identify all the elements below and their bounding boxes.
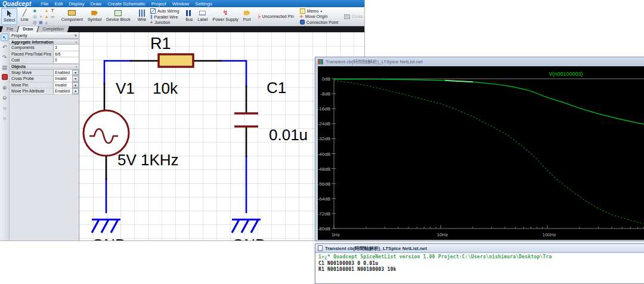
connection-point-button[interactable]: Connection Point [300, 20, 338, 24]
move-origin-icon: ✛ [300, 14, 304, 19]
port-label: Port [243, 17, 251, 21]
memo-dropdown-icon[interactable]: ▾ [320, 9, 322, 13]
unconnected-pin-label: Unconnected Pin [262, 14, 294, 18]
y-tick-label: -56dB [318, 181, 330, 187]
power-supply-button[interactable]: ↯ Power Supply [211, 8, 240, 25]
property-row: Placed Pins/Total Pins 6/6 [10, 51, 79, 58]
toolbar: Select ╱ Line ◉ ◌ ▲ T ◎ ◑ ▲ ▭ [0, 7, 365, 26]
wiring-options-group: Auto Wiring ∥ Parallel Wire + Junction [149, 8, 180, 25]
y-tick-label: -32dB [318, 136, 330, 141]
row-label: Cross Probe [10, 76, 53, 82]
redo-icon[interactable]: ↷ [1, 54, 8, 61]
text-tool-icon[interactable]: T [50, 8, 55, 13]
connection-point-label: Connection Point [306, 20, 338, 24]
section-pin-icon: ▪ [76, 40, 77, 44]
y-tick-label: 0dB [322, 76, 330, 82]
section-objects[interactable]: Objects ▪ [10, 64, 79, 70]
device-block-icon [114, 8, 122, 17]
dropdown-arrow-icon[interactable]: ▾ [72, 76, 79, 82]
move-origin-button[interactable]: ✛ Move Origin [300, 14, 338, 19]
section-aggregate-information[interactable]: Aggregate Information ▪ [10, 39, 79, 45]
row-value[interactable]: 3 [53, 45, 79, 51]
dropdown-arrow-icon[interactable]: ▾ [72, 88, 79, 94]
menu-project[interactable]: Project [151, 1, 166, 7]
wire-button[interactable]: Wire [136, 8, 148, 25]
save-icon[interactable]: ▤ [1, 64, 8, 72]
port-icon [244, 8, 250, 17]
waveform-window-titlebar[interactable]: Transient cb(時間軸解析)_LTSpice NetList.net [315, 57, 644, 66]
row-value[interactable]: 0 [53, 57, 79, 63]
menu-window[interactable]: Window [172, 1, 189, 7]
dropdown-arrow-icon[interactable]: ▾ [72, 70, 79, 76]
component-button[interactable]: Component [60, 8, 85, 25]
check-icon[interactable] [1, 74, 8, 82]
row-value[interactable]: 6/6 [53, 51, 79, 57]
cross-probe-icon [344, 14, 350, 19]
select-mode-icon[interactable]: ↖ [1, 33, 8, 41]
tab-completion[interactable]: Completion [37, 26, 69, 32]
section-title: Aggregate Information [11, 40, 54, 44]
row-value[interactable]: Enabled [53, 88, 72, 94]
menu-file[interactable]: File [41, 1, 49, 7]
auto-wiring-label: Auto Wiring [157, 9, 179, 13]
netlist-window-titlebar[interactable]: Transient cb(時間軸解析)_LTSpice NetList.net [315, 244, 644, 253]
waveform-chart: 0dB-8dB-16dB-24dB-32dB-40dB-48dB-56dB-64… [318, 66, 644, 240]
section-title: Objects [11, 64, 26, 69]
warning-shape-tool-icon[interactable]: ▲ [44, 14, 49, 19]
label-button[interactable]: Label [196, 8, 209, 25]
tab-file[interactable]: File [1, 26, 18, 32]
property-panel: Property » Aggregate Information ▪ Compo… [10, 32, 79, 241]
triangle-tool-icon[interactable]: ◭ [44, 20, 49, 25]
line-tool-button[interactable]: ╱ Line [18, 8, 30, 25]
junction-button[interactable]: + Junction [150, 20, 179, 24]
memo-button[interactable]: Memo ▾ [300, 8, 338, 14]
trace-v-n00100003- [334, 79, 644, 125]
bus-button[interactable]: Bus [184, 8, 194, 25]
select-tool-button[interactable]: Select [1, 8, 17, 25]
property-row: Components 3 [10, 45, 79, 51]
grid-tool-icon[interactable]: ▦ [38, 20, 44, 25]
power-supply-label: Power Supply [213, 17, 239, 21]
property-row: Snap Move Enabled ▾ [10, 70, 79, 76]
parallel-wire-button[interactable]: ∥ Parallel Wire [150, 14, 179, 19]
symbol-button[interactable]: Symbol [86, 8, 103, 25]
symbol-label: Symbol [88, 17, 101, 21]
menu-display[interactable]: Display [69, 1, 84, 7]
auto-wiring-button[interactable]: Auto Wiring [150, 8, 179, 14]
menu-settings[interactable]: Settings [195, 1, 212, 7]
y-tick-label: -48dB [318, 166, 330, 172]
zoom-out-icon[interactable]: ⊖ [1, 94, 8, 102]
ellipse-tool-icon[interactable]: ◎ [32, 14, 38, 19]
undo-icon[interactable]: ↶ [1, 44, 8, 51]
menu-edit[interactable]: Edit [54, 1, 63, 7]
rect-tool-icon[interactable]: ▭ [50, 14, 55, 19]
row-value[interactable]: Invalid [53, 76, 72, 82]
tab-draw[interactable]: Draw [17, 26, 38, 32]
polygon-tool-icon[interactable]: ▲ [44, 8, 49, 13]
legend-label: V(n00100003) [549, 71, 583, 77]
zoom-in-icon[interactable]: ⊕ [1, 84, 8, 92]
pie-tool-icon[interactable]: ◑ [38, 14, 44, 19]
row-label: Components [10, 45, 53, 51]
property-row: Cost 0 [10, 57, 79, 64]
unconnected-pin-button[interactable]: ╞ Unconnected Pin [258, 14, 294, 18]
pin-group: ╞ Unconnected Pin [256, 8, 295, 25]
device-block-button[interactable]: Device Block [104, 8, 132, 25]
cross-probe-button[interactable]: Cross Probe [344, 14, 365, 19]
port-button[interactable]: Port [242, 8, 253, 25]
settings-gear-icon[interactable]: ☼ [1, 104, 8, 112]
memo-icon [300, 8, 305, 14]
label-label: Label [197, 17, 208, 21]
row-value[interactable]: Invalid [53, 82, 72, 88]
row-value[interactable]: Enabled [53, 70, 72, 76]
dropdown-arrow-icon[interactable]: ▾ [72, 82, 79, 88]
ribbon-tabstrip: File Draw Completion [0, 26, 365, 32]
hatch-tool-icon[interactable]: ▨ [32, 20, 38, 25]
menu-create-schematic[interactable]: Create Schematic [107, 1, 145, 7]
circle-tool-icon[interactable]: ◉ [32, 8, 38, 13]
row-label: Move Pin [10, 82, 53, 88]
panel-more-icon[interactable]: » [75, 33, 77, 38]
menu-draw[interactable]: Draw [90, 1, 101, 7]
arc-tool-icon[interactable]: ◌ [38, 8, 44, 13]
options-gear-icon[interactable]: ☼ [1, 115, 8, 122]
